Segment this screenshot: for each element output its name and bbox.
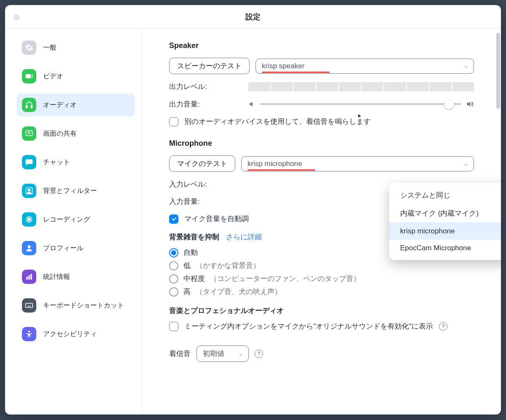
chevron-down-icon: ⌵ [464, 161, 468, 167]
main-panel: Speaker スピーカーのテスト krisp speaker ⌵ 出力レベル:… [142, 29, 501, 415]
ringtone-value: 初期値 [203, 349, 224, 358]
ringtone-select[interactable]: 初期値 ⌵ [196, 345, 249, 362]
microphone-heading: Microphone [169, 139, 474, 148]
test-mic-button[interactable]: マイクのテスト [169, 155, 235, 172]
sidebar-item-accessibility[interactable]: アクセシビリティ [17, 323, 135, 345]
help-icon[interactable]: ? [439, 322, 447, 331]
sidebar-item-label: プロフィール [43, 244, 83, 253]
headphones-icon [22, 98, 36, 112]
noise-more-link[interactable]: さらに詳細 [226, 232, 262, 242]
input-level-label: 入力レベル: [169, 179, 242, 189]
window-title: 設定 [245, 12, 261, 22]
noise-radio-auto[interactable] [169, 248, 178, 257]
sidebar-item-general[interactable]: 一般 [17, 36, 135, 59]
sidebar-item-recording[interactable]: レコーディング [17, 208, 135, 231]
mic-option-epoccam[interactable]: EpocCam Microphone [389, 240, 501, 257]
separate-ringtone-checkbox[interactable] [169, 117, 178, 126]
noise-radio-high[interactable] [169, 287, 178, 297]
mic-option-system[interactable]: システムと同じ [389, 186, 501, 204]
chevron-down-icon: ⌵ [464, 63, 468, 69]
cursor-icon: ➤ [357, 113, 361, 119]
share-screen-icon [22, 126, 36, 141]
close-window-button[interactable] [13, 14, 19, 20]
stats-icon [22, 270, 36, 284]
noise-opt-hint: （コンピューターのファン、ペンのタップ音） [210, 274, 361, 284]
svg-rect-8 [26, 277, 27, 280]
mic-select[interactable]: krisp microphone ⌵ [241, 156, 474, 171]
mic-dropdown-menu: システムと同じ 内蔵マイク (内蔵マイク) krisp microphone ✓… [389, 183, 501, 260]
sidebar: 一般 ビデオ オーディオ 画面の共有 [5, 29, 142, 415]
scrollbar[interactable] [496, 33, 500, 109]
mic-option-builtin[interactable]: 内蔵マイク (内蔵マイク) [389, 204, 501, 222]
music-heading: 音楽とプロフェショナルオーディオ [169, 306, 284, 316]
speaker-select[interactable]: krisp speaker ⌵ [256, 59, 474, 74]
svg-rect-11 [26, 303, 33, 308]
sidebar-item-profile[interactable]: プロフィール [17, 237, 135, 259]
svg-rect-1 [31, 106, 32, 108]
annotation-underline [262, 72, 329, 73]
auto-adjust-mic-label: マイク音量を自動調 [184, 214, 249, 224]
record-icon [22, 212, 36, 227]
svg-point-4 [28, 189, 30, 191]
noise-radio-med[interactable] [169, 274, 178, 284]
sidebar-item-label: キーボードショートカット [43, 301, 124, 310]
output-volume-label: 出力音量: [169, 99, 242, 109]
sidebar-item-label: 一般 [43, 43, 57, 52]
chevron-down-icon: ⌵ [239, 350, 242, 357]
noise-opt-hint: （かすかな背景音） [196, 261, 260, 270]
sidebar-item-label: オーディオ [43, 101, 77, 110]
speaker-select-value: krisp speaker [262, 62, 304, 70]
person-frame-icon [22, 184, 36, 198]
noise-radio-low[interactable] [169, 261, 178, 270]
noise-opt-label: 自動 [183, 248, 198, 257]
keyboard-icon [22, 298, 36, 313]
original-sound-checkbox[interactable] [169, 322, 178, 331]
original-sound-label: ミーティング内オプションをマイクから"オリジナルサウンドを有効化"に表示 [184, 321, 433, 331]
volume-low-icon [248, 100, 256, 108]
sidebar-item-background[interactable]: 背景とフィルター [17, 179, 135, 202]
sidebar-item-shortcuts[interactable]: キーボードショートカット [17, 294, 135, 317]
svg-point-7 [28, 245, 31, 248]
sidebar-item-label: ビデオ [43, 72, 63, 81]
noise-heading: 背景雑音を抑制 [169, 232, 219, 242]
annotation-underline [248, 169, 315, 171]
sidebar-item-label: 画面の共有 [43, 129, 77, 138]
noise-opt-label: 低 [183, 261, 191, 270]
output-volume-slider[interactable] [260, 99, 461, 109]
noise-opt-label: 中程度 [183, 274, 205, 284]
sidebar-item-video[interactable]: ビデオ [17, 65, 135, 88]
sidebar-item-screen-share[interactable]: 画面の共有 [17, 122, 135, 145]
svg-rect-9 [28, 276, 30, 280]
speaker-heading: Speaker [169, 41, 474, 50]
ringtone-label: 着信音 [169, 349, 191, 358]
sidebar-item-label: アクセシビリティ [43, 330, 97, 339]
noise-opt-hint: （タイプ音、犬の吠え声） [196, 287, 282, 297]
test-speaker-button[interactable]: スピーカーのテスト [169, 58, 250, 74]
titlebar: 設定 [5, 5, 501, 29]
sidebar-item-stats[interactable]: 統計情報 [17, 265, 135, 288]
mic-option-krisp[interactable]: krisp microphone ✓ [389, 222, 501, 240]
svg-rect-0 [26, 106, 27, 108]
sidebar-item-chat[interactable]: チャット [17, 151, 135, 174]
auto-adjust-mic-checkbox[interactable] [169, 214, 178, 224]
noise-opt-label: 高 [183, 287, 191, 297]
sidebar-item-label: 統計情報 [43, 273, 70, 281]
output-level-meter [248, 82, 474, 91]
accessibility-icon [22, 327, 36, 341]
gear-icon [22, 40, 36, 55]
camera-icon [22, 69, 36, 83]
separate-ringtone-label: 別のオーディオデバイスを使用して、着信音を鳴らします [184, 117, 371, 126]
sidebar-item-label: チャット [43, 158, 70, 167]
svg-point-12 [28, 331, 30, 332]
volume-high-icon [466, 100, 474, 108]
mic-select-value: krisp microphone [248, 160, 302, 168]
profile-icon [22, 241, 36, 255]
sidebar-item-label: レコーディング [43, 215, 90, 224]
chat-icon [22, 155, 36, 169]
help-icon[interactable]: ? [255, 350, 263, 358]
input-volume-label: 入力音量: [169, 197, 242, 206]
sidebar-item-label: 背景とフィルター [43, 187, 97, 195]
output-level-label: 出力レベル: [169, 82, 242, 91]
svg-rect-10 [30, 274, 32, 279]
sidebar-item-audio[interactable]: オーディオ [17, 94, 135, 116]
